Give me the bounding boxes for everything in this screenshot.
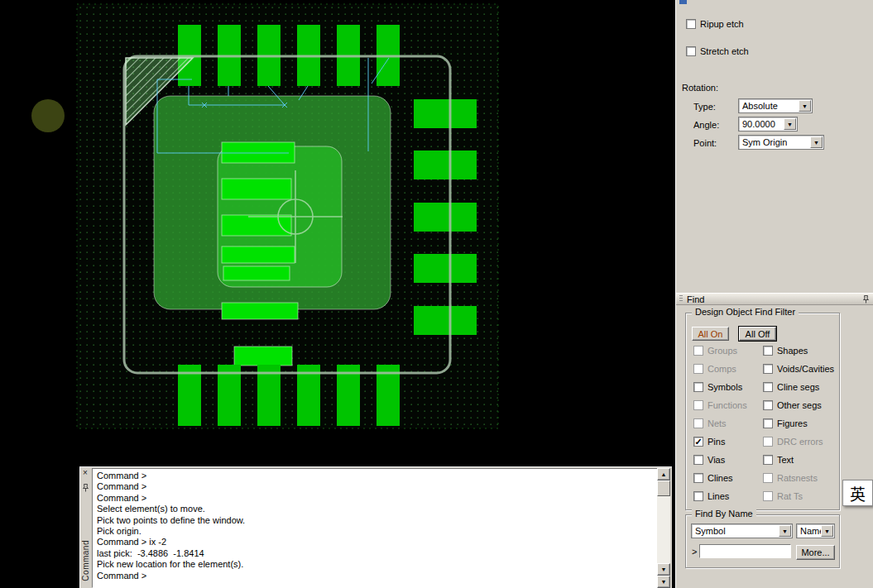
checkbox-box[interactable] <box>693 382 703 392</box>
checkbox-box[interactable] <box>763 400 773 410</box>
rotation-type-dropdown[interactable]: Absolute ▼ <box>738 98 813 113</box>
dropdown-value: 90.0000 <box>742 119 775 129</box>
scroll-down-button[interactable]: ▼ <box>657 563 670 576</box>
rotation-section-label: Rotation: <box>682 83 718 93</box>
rotation-point-dropdown[interactable]: Sym Origin ▼ <box>738 135 824 150</box>
pushpin-icon[interactable] <box>862 295 870 304</box>
checkbox-box[interactable] <box>686 19 696 29</box>
command-line: Pick two points to define the window. <box>97 515 653 526</box>
filter-checkbox-pins[interactable]: Pins <box>693 436 725 447</box>
ripup-etch-checkbox[interactable]: Ripup etch <box>686 18 744 30</box>
checkbox-label: Ripup etch <box>700 19 744 29</box>
findname-input[interactable] <box>699 544 791 558</box>
checkbox-label: Nets <box>708 418 727 428</box>
filter-checkbox-other-segs[interactable]: Other segs <box>763 399 822 411</box>
find-panel-header[interactable]: Find <box>676 293 873 305</box>
checkbox-box[interactable] <box>693 491 703 501</box>
checkbox-box[interactable] <box>686 46 696 56</box>
dropdown-value: Absolute <box>742 101 778 111</box>
ime-language-indicator[interactable]: 英 <box>842 480 873 506</box>
checkbox-box[interactable] <box>693 473 703 483</box>
filter-checkbox-nets[interactable]: Nets <box>693 418 727 429</box>
checkbox-label: Voids/Cavities <box>777 364 834 374</box>
chevron-down-icon[interactable]: ▼ <box>810 136 823 148</box>
filter-checkbox-shapes[interactable]: Shapes <box>763 345 808 356</box>
checkbox-box[interactable] <box>763 491 773 501</box>
checkbox-label: Shapes <box>777 346 808 356</box>
filter-checkbox-drc-errors[interactable]: DRC errors <box>763 436 823 447</box>
checkbox-label: Pins <box>708 437 725 447</box>
command-line: Command > <box>97 571 653 581</box>
command-output-area[interactable]: Command > Command > Command > Select ele… <box>92 468 658 588</box>
stretch-etch-checkbox[interactable]: Stretch etch <box>686 45 749 57</box>
filter-checkbox-vias[interactable]: Vias <box>693 454 725 466</box>
checkbox-label: DRC errors <box>777 437 823 447</box>
filter-checkbox-voids-cavities[interactable]: Voids/Cavities <box>763 363 834 375</box>
dropdown-value: Name <box>800 526 821 536</box>
checkbox-label: Symbols <box>708 382 742 392</box>
drill-hole[interactable] <box>31 99 65 132</box>
checkbox-box[interactable] <box>763 437 773 447</box>
find-panel-title: Find <box>687 294 704 304</box>
checkbox-label: Lines <box>708 491 729 501</box>
checkbox-box[interactable] <box>693 364 703 374</box>
dropdown-value: Sym Origin <box>742 137 787 147</box>
command-console-window: × Command Command > Command > Command > … <box>79 466 672 588</box>
checkbox-box[interactable] <box>763 346 773 356</box>
filter-checkbox-groups[interactable]: Groups <box>693 345 737 356</box>
chevron-down-icon[interactable]: ▼ <box>799 100 811 112</box>
chevron-down-icon[interactable]: ▼ <box>779 525 791 537</box>
rotation-type-label: Type: <box>693 102 716 112</box>
all-off-button[interactable]: All Off <box>739 327 776 341</box>
chevron-down-icon[interactable]: ▼ <box>821 525 833 537</box>
command-line: Command > ix -2 <box>97 537 653 547</box>
pcb-canvas[interactable] <box>0 0 672 467</box>
filter-checkbox-figures[interactable]: Figures <box>763 418 808 429</box>
rotation-point-label: Point: <box>693 138 717 148</box>
command-line: Command > <box>97 493 653 504</box>
command-tab-label[interactable]: Command <box>81 540 90 581</box>
filter-checkbox-symbols[interactable]: Symbols <box>693 381 742 393</box>
checkbox-box[interactable] <box>763 382 773 392</box>
checkbox-label: Ratsnests <box>777 473 818 483</box>
filter-checkbox-ratsnests[interactable]: Ratsnests <box>763 472 818 484</box>
filter-checkbox-cline-segs[interactable]: Cline segs <box>763 381 819 393</box>
filter-checkbox-functions[interactable]: Functions <box>693 399 747 411</box>
checkbox-box[interactable] <box>693 400 703 410</box>
checkbox-box[interactable] <box>693 418 703 428</box>
findname-object-dropdown[interactable]: Symbol ▼ <box>691 523 793 538</box>
checkbox-label: Rat Ts <box>777 491 803 501</box>
scroll-down-button-outer[interactable]: ▼ <box>657 576 670 588</box>
checkbox-box[interactable] <box>763 473 773 483</box>
drag-grip-icon[interactable] <box>679 295 683 303</box>
close-icon[interactable]: × <box>83 469 88 477</box>
filter-checkbox-rat-ts[interactable]: Rat Ts <box>763 490 803 502</box>
pushpin-icon[interactable] <box>82 480 89 495</box>
more-button[interactable]: More... <box>796 545 835 560</box>
checkbox-box[interactable] <box>763 364 773 374</box>
checkbox-box[interactable] <box>763 455 773 465</box>
command-line: Pick new location for the element(s). <box>97 559 653 570</box>
checkbox-label: Figures <box>777 418 808 428</box>
rotation-angle-dropdown[interactable]: 90.0000 ▼ <box>738 117 798 131</box>
application-window: Ripup etch Stretch etch Rotation: Type: … <box>0 0 873 588</box>
group-label: Design Object Find Filter <box>692 307 799 317</box>
filter-checkbox-text[interactable]: Text <box>763 454 794 466</box>
scroll-up-button[interactable]: ▲ <box>657 468 670 480</box>
checkbox-label: Groups <box>708 346 737 356</box>
filter-checkbox-comps[interactable]: Comps <box>693 363 736 375</box>
scrollbar-thumb[interactable] <box>657 480 670 496</box>
checkbox-box[interactable] <box>763 418 773 428</box>
checkbox-box[interactable] <box>693 346 703 356</box>
findname-mode-dropdown[interactable]: Name ▼ <box>796 523 835 538</box>
findname-prompt: > <box>692 547 697 557</box>
filter-checkbox-clines[interactable]: Clines <box>693 472 733 484</box>
command-line: Pick origin. <box>97 526 653 537</box>
command-scrollbar[interactable]: ▲ ▼ ▼ <box>657 468 670 588</box>
chevron-down-icon[interactable]: ▼ <box>784 118 796 130</box>
all-on-button[interactable]: All On <box>692 327 729 341</box>
filter-checkbox-lines[interactable]: Lines <box>693 490 729 502</box>
checkbox-label: Clines <box>708 473 733 483</box>
checkbox-box[interactable] <box>693 455 703 465</box>
checkbox-box[interactable] <box>693 437 703 447</box>
